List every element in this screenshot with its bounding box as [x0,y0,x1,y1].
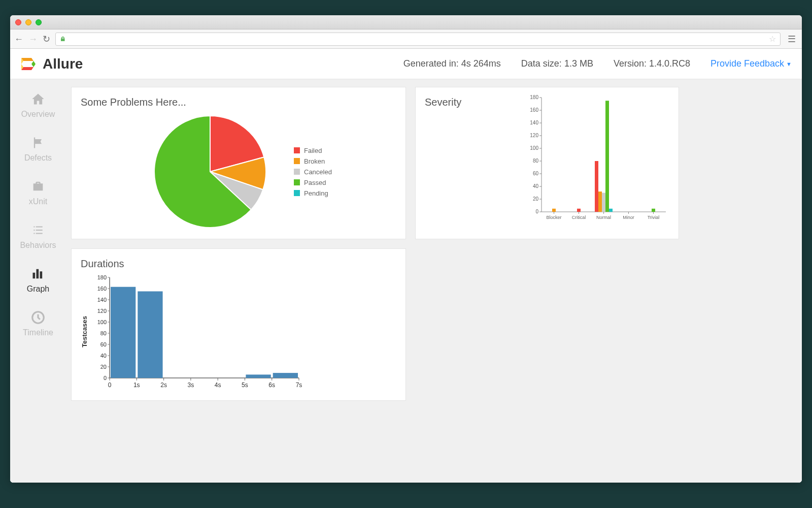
app-header: Allure Generated in: 4s 264ms Data size:… [10,49,802,79]
svg-text:140: 140 [97,297,107,303]
app-root: Allure Generated in: 4s 264ms Data size:… [10,49,802,483]
svg-text:Minor: Minor [623,215,634,220]
severity-bar-chart: 020406080100120140160180BlockerCriticalN… [526,95,668,222]
address-bar[interactable]: 🔒︎ ☆ [55,33,781,46]
app-title: Allure [43,56,83,72]
sidebar-item-defects[interactable]: Defects [10,132,66,166]
durations-bar-5s[interactable] [246,374,270,378]
svg-marker-3 [21,67,33,70]
feedback-link[interactable]: Provide Feedback ▼ [710,58,792,69]
window-close-button[interactable] [15,19,21,25]
browser-window: ← → ↻ 🔒︎ ☆ ☰ Allure G [10,15,802,483]
svg-text:Normal: Normal [596,215,611,220]
svg-text:3s: 3s [188,382,194,389]
sidebar-item-behaviors[interactable]: Behaviors [10,219,66,253]
reload-button[interactable]: ↻ [43,35,50,44]
sidebar-item-label: Graph [27,284,49,294]
durations-ylabel: Testcases [81,275,88,389]
svg-text:120: 120 [97,308,107,314]
svg-text:20: 20 [100,364,107,370]
svg-text:4s: 4s [215,382,221,389]
home-icon [29,91,47,107]
svg-text:60: 60 [100,341,107,347]
legend-swatch [294,190,300,196]
severity-bar-normal-pending[interactable] [609,209,613,212]
window-zoom-button[interactable] [36,19,42,25]
svg-text:Critical: Critical [572,215,586,220]
bars-icon [29,266,47,281]
sidebar-item-xunit[interactable]: xUnit [10,176,66,209]
durations-bar-chart: 02040608010012014016018001s2s3s4s5s6s7s [93,275,301,389]
logo[interactable]: Allure [20,56,83,72]
window-minimize-button[interactable] [25,19,31,25]
svg-text:40: 40 [533,183,539,189]
severity-bar-normal-failed[interactable] [595,161,598,212]
svg-text:100: 100 [530,145,538,151]
legend-label: Broken [304,157,325,165]
svg-text:0: 0 [104,375,107,381]
legend-item-failed[interactable]: Failed [294,147,332,154]
card-problems-title: Some Problems Here... [81,97,396,108]
card-durations: Durations Testcases 02040608010012014016… [71,248,406,401]
legend-label: Passed [304,179,326,186]
problems-pie-chart [152,113,268,230]
browser-toolbar: ← → ↻ 🔒︎ ☆ ☰ [10,29,802,49]
list-icon [29,223,47,238]
svg-text:40: 40 [100,353,107,359]
main-area: OverviewDefectsxUnitBehaviorsGraphTimeli… [10,79,802,483]
svg-text:0: 0 [535,209,538,214]
legend-item-pending[interactable]: Pending [294,189,332,197]
legend-label: Failed [304,147,322,154]
severity-bar-normal-canceled[interactable] [602,193,605,212]
severity-bar-trivial-passed[interactable] [652,209,655,212]
generated-metric: Generated in: 4s 264ms [403,58,501,69]
back-button[interactable]: ← [14,35,23,44]
sidebar-item-label: Timeline [23,328,53,337]
forward-button[interactable]: → [28,35,38,44]
datasize-metric: Data size: 1.3 MB [521,58,593,69]
svg-text:140: 140 [530,120,538,125]
svg-text:5s: 5s [242,382,248,389]
legend-swatch [294,147,300,153]
clock-icon [29,310,47,325]
sidebar: OverviewDefectsxUnitBehaviorsGraphTimeli… [10,79,66,483]
svg-text:160: 160 [97,285,107,292]
svg-text:7s: 7s [296,382,302,389]
severity-bar-normal-passed[interactable] [605,101,609,212]
durations-bar-6s[interactable] [273,373,298,378]
svg-text:80: 80 [100,330,107,336]
card-durations-title: Durations [81,258,396,270]
legend-label: Canceled [304,168,332,176]
legend-item-canceled[interactable]: Canceled [294,168,332,176]
svg-marker-2 [31,61,36,67]
severity-bar-normal-broken[interactable] [598,192,602,212]
svg-marker-1 [21,58,33,61]
card-severity: Severity 020406080100120140160180Blocker… [415,87,679,239]
svg-text:60: 60 [533,171,539,176]
svg-text:6s: 6s [268,382,275,389]
sidebar-item-label: Behaviors [20,241,56,250]
sidebar-item-timeline[interactable]: Timeline [10,307,66,340]
svg-text:160: 160 [530,107,538,113]
version-metric: Version: 1.4.0.RC8 [614,58,690,69]
durations-bar-0[interactable] [111,287,136,378]
content-grid: Some Problems Here... FailedBrokenCancel… [66,79,802,483]
severity-bar-blocker-broken[interactable] [552,209,556,212]
legend-item-passed[interactable]: Passed [294,179,332,186]
flag-icon [29,135,47,150]
svg-text:20: 20 [533,196,539,202]
allure-logo-icon [20,56,37,72]
severity-bar-critical-failed[interactable] [577,209,581,212]
durations-bar-1s[interactable] [138,292,162,378]
svg-text:1s: 1s [133,382,140,389]
briefcase-icon [29,179,47,194]
svg-text:180: 180 [530,94,538,100]
browser-menu-button[interactable]: ☰ [786,34,798,45]
sidebar-item-graph[interactable]: Graph [10,263,66,297]
bookmark-star-icon[interactable]: ☆ [769,34,776,44]
legend-swatch [294,179,300,185]
legend-item-broken[interactable]: Broken [294,157,332,165]
sidebar-item-overview[interactable]: Overview [10,88,66,122]
sidebar-item-label: Overview [21,110,55,119]
sidebar-item-label: Defects [24,153,52,163]
